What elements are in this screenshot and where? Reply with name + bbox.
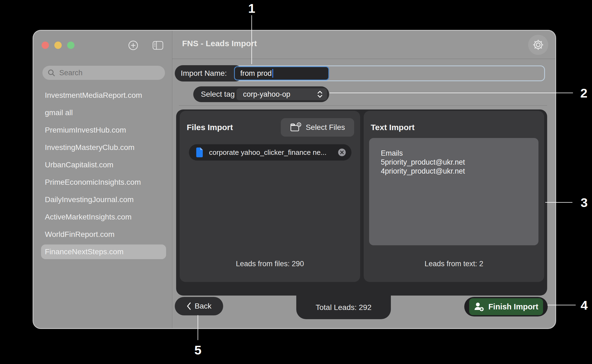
- import-name-value: from prod: [240, 69, 272, 78]
- chevron-up-down-icon: [317, 90, 323, 99]
- remove-file-icon[interactable]: [337, 148, 347, 157]
- sidebar-item[interactable]: DailyInvestingJournal.com: [33, 191, 172, 208]
- annotation-4: 4: [581, 298, 588, 313]
- sidebar-item[interactable]: PremiumInvestHub.com: [33, 121, 172, 139]
- select-tag-label: Select tag: [193, 90, 235, 99]
- select-tag-group: Select tag corp-yahoo-op: [193, 86, 329, 102]
- file-name: corporate yahoo_clicker_finance ne...: [209, 148, 337, 157]
- sidebar-item-label: ActiveMarketInsights.com: [45, 213, 132, 221]
- page-title: FNS - Leads Import: [182, 39, 257, 48]
- sidebar-item-label: WorldFinReport.com: [45, 230, 114, 239]
- sidebar-item[interactable]: InvestingMasteryClub.com: [33, 139, 172, 156]
- sidebar-item[interactable]: PrimeEconomicInsights.com: [33, 174, 172, 191]
- settings-button[interactable]: [528, 35, 548, 55]
- window-controls: [42, 42, 74, 49]
- select-files-label: Select Files: [306, 123, 345, 132]
- zoom-window-icon[interactable]: [67, 42, 74, 49]
- add-icon[interactable]: [128, 40, 139, 51]
- sidebar-item-label: InvestingMasteryClub.com: [45, 143, 135, 152]
- leads-from-text-count: Leads from text: 2: [364, 260, 544, 268]
- emails-textarea[interactable]: Emails 5priority_product@ukr.net 4priori…: [369, 138, 538, 245]
- close-window-icon[interactable]: [42, 42, 49, 49]
- folder-add-icon: [290, 123, 301, 132]
- screenshot-stage: InvestmentMediaReport.com gmail all Prem…: [0, 0, 592, 364]
- annotation-1: 1: [248, 1, 255, 16]
- sidebar-item-label: InvestmentMediaReport.com: [45, 91, 142, 99]
- minimize-window-icon[interactable]: [54, 42, 62, 49]
- annotation-line-3: [545, 202, 572, 203]
- leads-from-files-count: Leads from files: 290: [180, 260, 360, 268]
- text-caret: [272, 69, 273, 78]
- file-chip[interactable]: corporate yahoo_clicker_finance ne...: [189, 144, 351, 161]
- tag-dropdown[interactable]: corp-yahoo-op: [236, 88, 327, 100]
- section-divider: [179, 105, 547, 106]
- sidebar-list: InvestmentMediaReport.com gmail all Prem…: [33, 87, 172, 261]
- import-name-input[interactable]: from prod: [234, 66, 329, 80]
- gear-icon: [532, 39, 544, 51]
- sidebar-item-label: PremiumInvestHub.com: [45, 126, 126, 134]
- sidebar-item-label: FinanceNextSteps.com: [45, 247, 123, 256]
- sidebar: InvestmentMediaReport.com gmail all Prem…: [33, 31, 172, 328]
- toolbar-divider: [172, 59, 555, 59]
- select-files-button[interactable]: Select Files: [281, 118, 354, 137]
- annotation-line-5: [198, 315, 198, 340]
- back-button-label: Back: [195, 302, 211, 310]
- person-add-icon: [474, 302, 485, 312]
- sidebar-item[interactable]: InvestmentMediaReport.com: [33, 87, 172, 104]
- sidebar-item-label: gmail all: [45, 108, 73, 117]
- total-leads-badge: Total Leads: 292: [296, 296, 391, 319]
- annotation-2: 2: [580, 86, 587, 101]
- finish-import-label: Finish Import: [488, 302, 538, 311]
- finish-import-button-frame: Finish Import: [464, 297, 548, 316]
- app-window: InvestmentMediaReport.com gmail all Prem…: [33, 30, 556, 329]
- import-name-label: Import Name:: [175, 65, 243, 81]
- tag-dropdown-value: corp-yahoo-op: [243, 90, 290, 99]
- files-import-title: Files Import: [187, 123, 233, 132]
- text-import-panel: Text Import Emails 5priority_product@ukr…: [364, 111, 544, 282]
- annotation-3: 3: [581, 195, 588, 210]
- sidebar-item-label: UrbanCapitalist.com: [45, 161, 113, 169]
- search-field[interactable]: [42, 66, 165, 80]
- sidebar-item-label: PrimeEconomicInsights.com: [45, 178, 141, 186]
- files-import-panel: Files Import Select Files: [180, 111, 360, 282]
- search-input[interactable]: [59, 68, 160, 77]
- sidebar-item[interactable]: gmail all: [33, 104, 172, 121]
- file-icon: [195, 147, 204, 158]
- sidebar-item-label: DailyInvestingJournal.com: [45, 195, 134, 204]
- finish-import-button[interactable]: Finish Import: [469, 298, 543, 315]
- text-import-title: Text Import: [371, 123, 415, 132]
- import-panels-container: Files Import Select Files: [176, 109, 547, 296]
- annotation-line-2: [329, 93, 573, 93]
- sidebar-item[interactable]: UrbanCapitalist.com: [33, 156, 172, 174]
- content-pane: FNS - Leads Import Import Name:: [172, 31, 555, 328]
- annotation-5: 5: [194, 343, 201, 357]
- sidebar-item[interactable]: WorldFinReport.com: [33, 226, 172, 243]
- search-icon: [47, 69, 55, 77]
- sidebar-toggle-icon[interactable]: [152, 40, 163, 51]
- chevron-left-icon: [186, 302, 191, 310]
- back-button[interactable]: Back: [175, 297, 223, 315]
- annotation-line-4: [547, 305, 576, 305]
- annotation-line-1: [251, 15, 252, 64]
- sidebar-item[interactable]: ActiveMarketInsights.com: [33, 208, 172, 226]
- sidebar-item-selected[interactable]: FinanceNextSteps.com: [33, 243, 172, 261]
